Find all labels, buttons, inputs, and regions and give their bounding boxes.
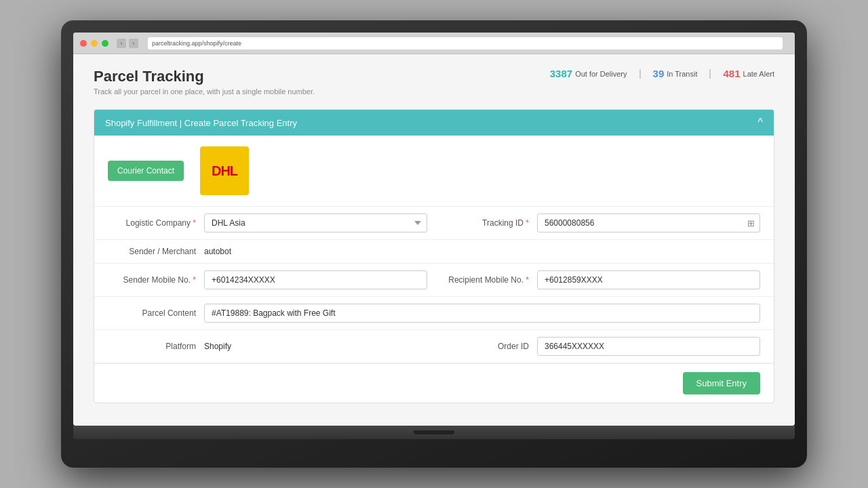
logistic-company-select[interactable]: DHL Asia DHL Express FedEx UPS Poslaju — [204, 214, 427, 232]
dot-green[interactable] — [102, 40, 108, 47]
stat-late-alert: 481 Late Alert — [723, 68, 774, 79]
browser-bar: ‹ › parceltracking.app/shopify/create — [73, 33, 795, 54]
sender-mobile-label: Sender Mobile No. — [108, 275, 196, 285]
dot-yellow[interactable] — [91, 40, 98, 47]
order-id-input[interactable] — [537, 337, 760, 356]
stat-in-transit-count: 39 — [653, 68, 665, 79]
laptop-frame: ‹ › parceltracking.app/shopify/create Pa… — [61, 20, 807, 468]
parcel-content-group: Parcel Content — [108, 304, 760, 323]
stat-late-alert-count: 481 — [723, 68, 740, 79]
platform-order-row: Platform Shopify Order ID — [94, 330, 774, 363]
sender-merchant-value: autobot — [204, 247, 231, 256]
stats-row: 3387 Out for Delivery 39 In Transit 481 … — [550, 68, 774, 79]
tracking-id-group: Tracking ID ⊞ — [441, 214, 760, 232]
page-subtitle: Track all your parcel in one place, with… — [94, 87, 315, 96]
platform-value: Shopify — [204, 342, 231, 351]
logistic-company-group: Logistic Company DHL Asia DHL Express Fe… — [108, 214, 427, 232]
courier-section: Courier Contact DHL — [94, 136, 774, 207]
tracking-id-wrapper: ⊞ — [537, 214, 760, 232]
browser-url[interactable]: parceltracking.app/shopify/create — [148, 37, 783, 49]
panel-collapse-icon[interactable]: ^ — [757, 117, 763, 129]
laptop-base — [73, 426, 795, 439]
sender-mobile-input[interactable] — [204, 270, 427, 289]
stat-out-delivery-label: Out for Delivery — [575, 70, 627, 78]
panel-title: Shopify Fulfillment | Create Parcel Trac… — [105, 118, 297, 128]
sender-merchant-label: Sender / Merchant — [108, 247, 196, 256]
panel-header: Shopify Fulfillment | Create Parcel Trac… — [94, 110, 774, 136]
courier-contact-button[interactable]: Courier Contact — [108, 161, 184, 181]
dot-red[interactable] — [80, 40, 87, 47]
stat-sep-2 — [709, 69, 711, 79]
laptop-screen: ‹ › parceltracking.app/shopify/create Pa… — [73, 33, 795, 426]
recipient-mobile-input[interactable] — [537, 270, 760, 289]
parcel-content-label: Parcel Content — [108, 308, 196, 318]
tracking-id-label: Tracking ID — [441, 218, 529, 228]
parcel-content-input[interactable] — [204, 304, 760, 323]
mobile-row: Sender Mobile No. Recipient Mobile No. — [94, 264, 774, 297]
laptop-notch — [414, 430, 454, 434]
forward-btn[interactable]: › — [129, 39, 138, 48]
stat-late-alert-label: Late Alert — [743, 70, 774, 78]
tracking-id-input[interactable] — [537, 214, 760, 232]
page-title-block: Parcel Tracking Track all your parcel in… — [94, 68, 315, 96]
back-btn[interactable]: ‹ — [117, 39, 126, 48]
stat-in-transit-label: In Transit — [667, 70, 697, 78]
browser-content: Parcel Tracking Track all your parcel in… — [73, 54, 795, 426]
stat-in-transit: 39 In Transit — [653, 68, 698, 79]
stat-out-delivery-count: 3387 — [550, 68, 572, 79]
tracking-panel: Shopify Fulfillment | Create Parcel Trac… — [94, 109, 774, 403]
tracking-id-icon: ⊞ — [747, 218, 755, 228]
logistic-company-label: Logistic Company — [108, 218, 196, 228]
dhl-text: DHL — [212, 163, 237, 179]
recipient-mobile-label: Recipient Mobile No. — [441, 275, 529, 285]
stat-out-delivery: 3387 Out for Delivery — [550, 68, 627, 79]
stat-sep-1 — [639, 69, 641, 79]
page-header: Parcel Tracking Track all your parcel in… — [94, 68, 774, 96]
submit-row: Submit Entry — [94, 363, 774, 403]
parcel-content-row: Parcel Content — [94, 297, 774, 330]
order-id-label: Order ID — [441, 342, 529, 351]
platform-label: Platform — [108, 342, 196, 351]
page-title: Parcel Tracking — [94, 68, 315, 85]
sender-mobile-group: Sender Mobile No. — [108, 270, 427, 289]
dhl-logo: DHL — [200, 146, 249, 195]
order-id-group: Order ID — [441, 337, 760, 356]
sender-merchant-row: Sender / Merchant autobot — [94, 240, 774, 264]
browser-nav: ‹ › — [117, 39, 138, 48]
logistic-tracking-row: Logistic Company DHL Asia DHL Express Fe… — [94, 207, 774, 240]
platform-group: Platform Shopify — [108, 342, 427, 351]
recipient-mobile-group: Recipient Mobile No. — [441, 270, 760, 289]
sender-merchant-group: Sender / Merchant autobot — [108, 247, 760, 256]
submit-button[interactable]: Submit Entry — [683, 372, 760, 394]
